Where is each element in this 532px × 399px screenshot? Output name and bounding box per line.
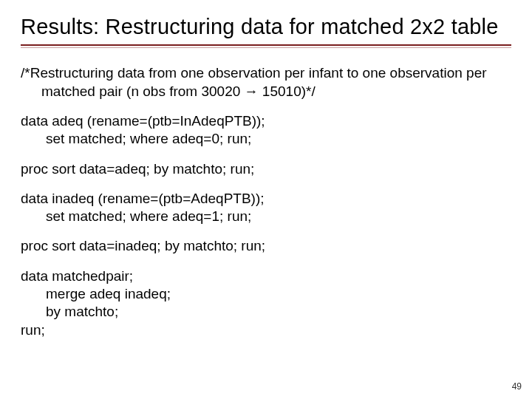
code-line: merge adeq inadeq;: [21, 285, 511, 303]
code-line: data matchedpair;: [21, 267, 511, 285]
code-line: set matched; where adeq=1; run;: [21, 208, 511, 225]
sas-comment: /*Restructuring data from one observatio…: [21, 64, 511, 100]
slide: Results: Restructuring data for matched …: [0, 0, 532, 399]
code-block-data-inadeq: data inadeq (rename=(ptb=AdeqPTB)); set …: [21, 190, 511, 226]
code-line: by matchto;: [21, 303, 511, 321]
code-line: data inadeq (rename=(ptb=AdeqPTB));: [21, 190, 511, 208]
slide-title: Results: Restructuring data for matched …: [21, 13, 511, 40]
code-line: proc sort data=adeq; by matchto; run;: [21, 160, 511, 178]
code-block-sort-inadeq: proc sort data=inadeq; by matchto; run;: [21, 237, 511, 255]
code-block-data-adeq: data adeq (rename=(ptb=InAdeqPTB)); set …: [21, 112, 511, 149]
code-block-data-matchedpair: data matchedpair; merge adeq inadeq; by …: [21, 267, 511, 339]
code-line: data adeq (rename=(ptb=InAdeqPTB));: [21, 112, 511, 130]
slide-body: /*Restructuring data from one observatio…: [21, 64, 511, 339]
code-line: run;: [21, 321, 511, 339]
title-divider: [21, 44, 511, 48]
code-block-sort-adeq: proc sort data=adeq; by matchto; run;: [21, 160, 511, 178]
page-number: 49: [512, 381, 522, 392]
code-line: proc sort data=inadeq; by matchto; run;: [21, 237, 511, 255]
code-line: set matched; where adeq=0; run;: [21, 130, 511, 148]
